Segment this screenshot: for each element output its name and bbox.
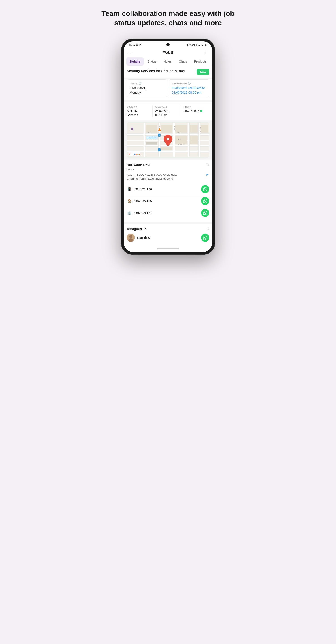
priority-label: Priority [184, 105, 207, 108]
svg-rect-12 [160, 125, 172, 132]
svg-text:3rd Ave: 3rd Ave [174, 126, 176, 130]
page-title: Team collaboration made easy with job st… [101, 9, 234, 28]
office-phone-icon: 🏢 [127, 210, 132, 216]
due-date-card: Due by 🕐 01/03/2021,Monday [127, 80, 167, 97]
signal-icon: ▲ [201, 44, 204, 46]
bluetooth-icon: ⁋ [196, 44, 197, 46]
svg-rect-15 [190, 125, 198, 132]
date-row: Due by 🕐 01/03/2021,Monday Job Schedule … [124, 80, 212, 100]
category-value: SecurityServices [127, 109, 150, 117]
battery-icon: ▓ [204, 44, 207, 46]
svg-point-44 [129, 235, 132, 238]
assigned-row: Ranjith S [127, 234, 209, 242]
assigned-left: Ranjith S [127, 234, 150, 242]
category-cell: Category SecurityServices [127, 105, 152, 117]
assigned-title: Assigned To [127, 227, 147, 231]
phone-left-1: 📱 9840024136 [127, 186, 152, 192]
svg-text:5th Main Rd: 5th Main Rd [178, 144, 184, 145]
svg-rect-8 [188, 123, 190, 157]
edit-assigned-icon[interactable]: ✎ [206, 227, 209, 231]
phone-left-2: 🏠 9840024135 [127, 198, 152, 204]
contact-name: Shrikanth Ravi [127, 163, 150, 167]
back-button[interactable]: ← [128, 50, 132, 55]
whatsapp-btn-3[interactable] [201, 209, 209, 217]
avatar [127, 234, 135, 242]
app-header: ← #600 ⋮ [124, 47, 212, 58]
status-bar: 15:57 ◎ ⚑ ◉ VoLTE ⁋ ▲ ▲ ▓ [124, 41, 212, 47]
home-phone-icon: 🏠 [127, 198, 132, 204]
created-value: 25/02/202105:16 pm [155, 109, 178, 117]
home-bar [157, 248, 179, 249]
svg-text:G: G [129, 153, 130, 156]
svg-rect-16 [201, 125, 208, 132]
phone-number-1: 9840024136 [134, 188, 152, 191]
svg-rect-5 [143, 123, 145, 157]
job-title-section: Security Services for Shrikanth Ravi New [124, 66, 212, 78]
phone-frame: 15:57 ◎ ⚑ ◉ VoLTE ⁋ ▲ ▲ ▓ [121, 39, 215, 255]
svg-rect-13 [160, 147, 172, 150]
svg-text:2nd Main Rd: 2nd Main Rd [200, 126, 201, 133]
phone-number-3: 9840024137 [134, 211, 152, 215]
more-menu-button[interactable]: ⋮ [204, 50, 208, 55]
status-bar-right: ◉ VoLTE ⁋ ▲ ▲ ▓ [187, 44, 207, 46]
mobile-icon: 📱 [127, 186, 132, 192]
tab-chats[interactable]: Chats [175, 58, 191, 66]
svg-text:P: P [159, 134, 160, 136]
contact-address-row: 4/36, T BLOCK 12th Street, Cycle gap,Che… [127, 173, 209, 181]
due-label: Due by 🕐 [130, 82, 164, 85]
due-value: 01/03/2021,Monday [130, 86, 164, 95]
whatsapp-assigned-btn[interactable] [201, 234, 209, 242]
svg-rect-4 [127, 150, 209, 152]
contact-company: zuper [127, 168, 209, 171]
assigned-section: Assigned To ✎ [124, 224, 212, 245]
svg-text:5th St: 5th St [178, 132, 181, 133]
tab-notes[interactable]: Notes [160, 58, 176, 66]
created-cell: Created At 25/02/202105:16 pm [155, 105, 181, 117]
schedule-value: 03/03/2021 09:00 am to03/03/2021 08:00 p… [172, 86, 206, 95]
schedule-label: Job Schedule 🕐 [172, 82, 206, 85]
svg-text:P: P [159, 149, 160, 151]
job-number: #600 [162, 50, 173, 55]
schedule-card: Job Schedule 🕐 03/03/2021 09:00 am to03/… [169, 80, 209, 97]
svg-text:4th St: 4th St [178, 138, 181, 140]
tab-details[interactable]: Details [126, 58, 144, 66]
status-icon2: ⚑ [139, 44, 141, 46]
svg-text:10th St: 10th St [147, 132, 151, 133]
status-badge: New [197, 69, 209, 75]
volte-icon: VoLTE [189, 44, 195, 46]
svg-rect-10 [146, 125, 157, 132]
svg-rect-18 [176, 136, 187, 144]
tab-status[interactable]: Status [144, 58, 160, 66]
contact-name-row: Shrikanth Ravi ✎ [127, 163, 209, 167]
svg-text:Indian Bank: Indian Bank [148, 137, 156, 139]
phone-row-2: 🏠 9840024135 [127, 195, 209, 207]
phone-left-3: 🏢 9840024137 [127, 210, 152, 216]
job-title: Security Services for Shrikanth Ravi [127, 69, 195, 73]
assigned-header: Assigned To ✎ [127, 227, 209, 231]
tab-products[interactable]: Products [191, 58, 210, 66]
created-label: Created At [155, 105, 178, 108]
content-area: Security Services for Shrikanth Ravi New… [124, 66, 212, 245]
phone-row-1: 📱 9840024136 [127, 183, 209, 195]
svg-point-30 [167, 138, 169, 140]
status-icon1: ◎ [136, 44, 138, 46]
tab-bar: Details Status Notes Chats Products [124, 58, 212, 66]
phone-number-2: 9840024135 [134, 199, 152, 203]
svg-rect-19 [190, 136, 198, 144]
category-label: Category [127, 105, 150, 108]
edit-contact-icon[interactable]: ✎ [206, 163, 209, 167]
contact-section: Shrikanth Ravi ✎ zuper 4/36, T BLOCK 12t… [124, 160, 212, 222]
map-container[interactable]: Indian Bank 10th St 5th St 4th St 5th Ma… [127, 122, 209, 158]
clock-icon: 🕐 [138, 82, 141, 85]
schedule-clock-icon: 🕐 [188, 82, 191, 85]
svg-text:Google: Google [134, 154, 140, 156]
assigned-person-name: Ranjith S [137, 236, 150, 240]
svg-rect-17 [146, 142, 157, 144]
priority-cell: Priority Low Priority [184, 105, 209, 117]
phone-row-3: 🏢 9840024137 [127, 207, 209, 219]
navigate-icon[interactable]: ► [206, 173, 209, 177]
whatsapp-btn-1[interactable] [201, 185, 209, 193]
whatsapp-btn-2[interactable] [201, 197, 209, 205]
camera-notch [166, 43, 170, 46]
location-icon: ◉ [187, 44, 188, 46]
